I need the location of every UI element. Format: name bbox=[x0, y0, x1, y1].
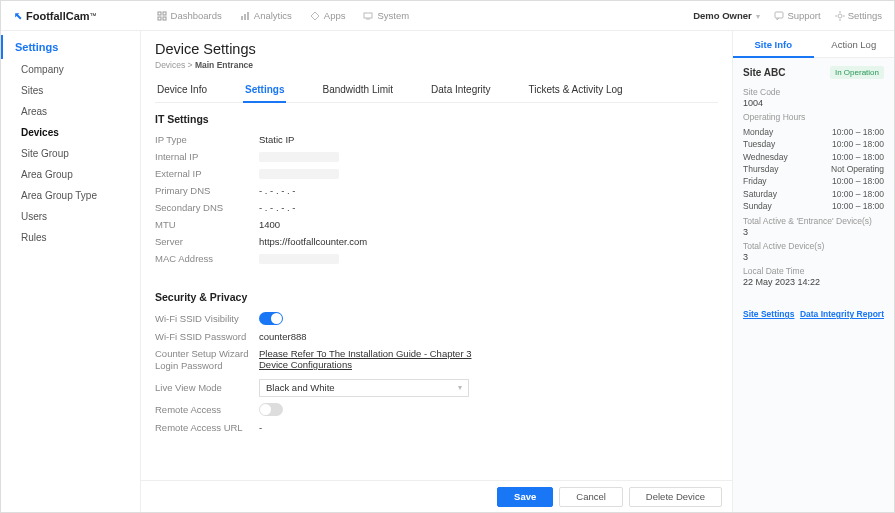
breadcrumb-root[interactable]: Devices bbox=[155, 60, 185, 70]
sidebar-item-devices[interactable]: Devices bbox=[1, 122, 140, 143]
svg-rect-4 bbox=[241, 16, 243, 20]
label-ip-type: IP Type bbox=[155, 134, 259, 145]
breadcrumb-current: Main Entrance bbox=[195, 60, 253, 70]
brand-tm: ™ bbox=[90, 12, 97, 19]
chevron-down-icon: ▾ bbox=[756, 12, 760, 21]
hours-label: Operating Hours bbox=[743, 112, 884, 122]
svg-rect-7 bbox=[364, 13, 372, 18]
tab-settings[interactable]: Settings bbox=[243, 80, 286, 103]
row-mac: MAC Address bbox=[155, 250, 718, 267]
hours-row: Monday10:00 – 18:00 bbox=[743, 126, 884, 138]
row-live-view: Live View Mode Black and White ▾ bbox=[155, 376, 718, 400]
tab-bandwidth[interactable]: Bandwidth Limit bbox=[320, 80, 395, 102]
label-internal-ip: Internal IP bbox=[155, 151, 259, 162]
label-server: Server bbox=[155, 236, 259, 247]
main-inner: Device Settings Devices > Main Entrance … bbox=[141, 31, 732, 512]
right-panel: Site Info Action Log Site ABC In Operati… bbox=[732, 31, 894, 512]
row-wifi-visibility: Wi-Fi SSID Visibility bbox=[155, 309, 718, 328]
sidebar-item-users[interactable]: Users bbox=[1, 206, 140, 227]
tab-tickets[interactable]: Tickets & Activity Log bbox=[527, 80, 625, 102]
nav-system[interactable]: System bbox=[363, 10, 409, 21]
chevron-down-icon: ▾ bbox=[458, 383, 462, 392]
hours-row: ThursdayNot Operating bbox=[743, 163, 884, 175]
select-live-view-value: Black and White bbox=[266, 382, 335, 393]
label-remote-access: Remote Access bbox=[155, 404, 259, 415]
layout: Settings Company Sites Areas Devices Sit… bbox=[1, 31, 894, 512]
svg-rect-5 bbox=[244, 14, 246, 20]
sidebar-item-areas[interactable]: Areas bbox=[1, 101, 140, 122]
value-mtu: 1400 bbox=[259, 219, 280, 230]
apps-icon bbox=[310, 11, 320, 21]
site-settings-link[interactable]: Site Settings bbox=[743, 309, 794, 319]
svg-rect-6 bbox=[247, 12, 249, 20]
label-mac: MAC Address bbox=[155, 253, 259, 264]
content-tabs: Device Info Settings Bandwidth Limit Dat… bbox=[155, 80, 718, 103]
tab-site-info[interactable]: Site Info bbox=[733, 31, 814, 58]
owner-menu[interactable]: Demo Owner ▾ bbox=[693, 10, 760, 21]
label-live-view: Live View Mode bbox=[155, 382, 259, 393]
tab-data-integrity[interactable]: Data Integrity bbox=[429, 80, 492, 102]
value-wifi-password: counter888 bbox=[259, 331, 307, 342]
sidebar-item-rules[interactable]: Rules bbox=[1, 227, 140, 248]
svg-point-10 bbox=[838, 14, 842, 18]
wizard-guide-link[interactable]: Please Refer To The Installation Guide -… bbox=[259, 348, 489, 370]
sidebar-item-site-group[interactable]: Site Group bbox=[1, 143, 140, 164]
value-remote-url: - bbox=[259, 422, 262, 433]
nav-label: System bbox=[377, 10, 409, 21]
sidebar-item-area-group-type[interactable]: Area Group Type bbox=[1, 185, 140, 206]
nav-dashboards[interactable]: Dashboards bbox=[157, 10, 222, 21]
label-external-ip: External IP bbox=[155, 168, 259, 179]
value-ip-type: Static IP bbox=[259, 134, 294, 145]
row-wifi-password: Wi-Fi SSID Password counter888 bbox=[155, 328, 718, 345]
row-wizard-password: Counter Setup Wizard Login Password Plea… bbox=[155, 345, 718, 376]
brand-icon bbox=[13, 11, 23, 21]
hours-row: Friday10:00 – 18:00 bbox=[743, 175, 884, 187]
row-internal-ip: Internal IP bbox=[155, 148, 718, 165]
svg-rect-2 bbox=[158, 17, 161, 20]
save-label: Save bbox=[514, 491, 536, 502]
row-external-ip: External IP bbox=[155, 165, 718, 182]
value-server: https://footfallcounter.com bbox=[259, 236, 367, 247]
sidebar-item-sites[interactable]: Sites bbox=[1, 80, 140, 101]
svg-rect-1 bbox=[163, 12, 166, 15]
row-ip-type: IP Type Static IP bbox=[155, 131, 718, 148]
select-live-view[interactable]: Black and White ▾ bbox=[259, 379, 469, 397]
local-time-label: Local Date Time bbox=[743, 266, 884, 276]
row-primary-dns: Primary DNS - . - . - . - bbox=[155, 182, 718, 199]
sidebar-item-area-group[interactable]: Area Group bbox=[1, 164, 140, 185]
global-settings-link[interactable]: Settings bbox=[835, 10, 882, 21]
hours-row: Tuesday10:00 – 18:00 bbox=[743, 138, 884, 150]
toggle-wifi-visibility[interactable] bbox=[259, 312, 283, 325]
toggle-remote-access[interactable] bbox=[259, 403, 283, 416]
tab-action-log[interactable]: Action Log bbox=[814, 31, 895, 57]
support-link[interactable]: Support bbox=[774, 10, 820, 21]
svg-rect-0 bbox=[158, 12, 161, 15]
nav-right: Demo Owner ▾ Support Settings bbox=[693, 10, 882, 21]
nav-analytics[interactable]: Analytics bbox=[240, 10, 292, 21]
site-code-value: 1004 bbox=[743, 98, 884, 108]
security-title: Security & Privacy bbox=[155, 291, 718, 303]
row-remote-url: Remote Access URL - bbox=[155, 419, 718, 436]
site-info-body: Site ABC In Operation Site Code 1004 Ope… bbox=[733, 58, 894, 512]
nav-apps[interactable]: Apps bbox=[310, 10, 346, 21]
page-title: Device Settings bbox=[155, 41, 718, 57]
site-header: Site ABC In Operation bbox=[743, 66, 884, 79]
sidebar-item-company[interactable]: Company bbox=[1, 59, 140, 80]
delete-device-button[interactable]: Delete Device bbox=[629, 487, 722, 507]
label-wifi-password: Wi-Fi SSID Password bbox=[155, 331, 259, 342]
total-active-label: Total Active Device(s) bbox=[743, 241, 884, 251]
hours-row: Wednesday10:00 – 18:00 bbox=[743, 151, 884, 163]
value-secondary-dns: - . - . - . - bbox=[259, 202, 295, 213]
value-mac bbox=[259, 254, 339, 264]
nav-label: Apps bbox=[324, 10, 346, 21]
value-external-ip bbox=[259, 169, 339, 179]
save-button[interactable]: Save bbox=[497, 487, 553, 507]
main: Device Settings Devices > Main Entrance … bbox=[141, 31, 732, 512]
right-tabs: Site Info Action Log bbox=[733, 31, 894, 58]
cancel-button[interactable]: Cancel bbox=[559, 487, 623, 507]
data-integrity-link[interactable]: Data Integrity Report bbox=[800, 309, 884, 319]
row-remote-access: Remote Access bbox=[155, 400, 718, 419]
svg-rect-9 bbox=[775, 12, 783, 18]
hours-row: Sunday10:00 – 18:00 bbox=[743, 200, 884, 212]
tab-device-info[interactable]: Device Info bbox=[155, 80, 209, 102]
